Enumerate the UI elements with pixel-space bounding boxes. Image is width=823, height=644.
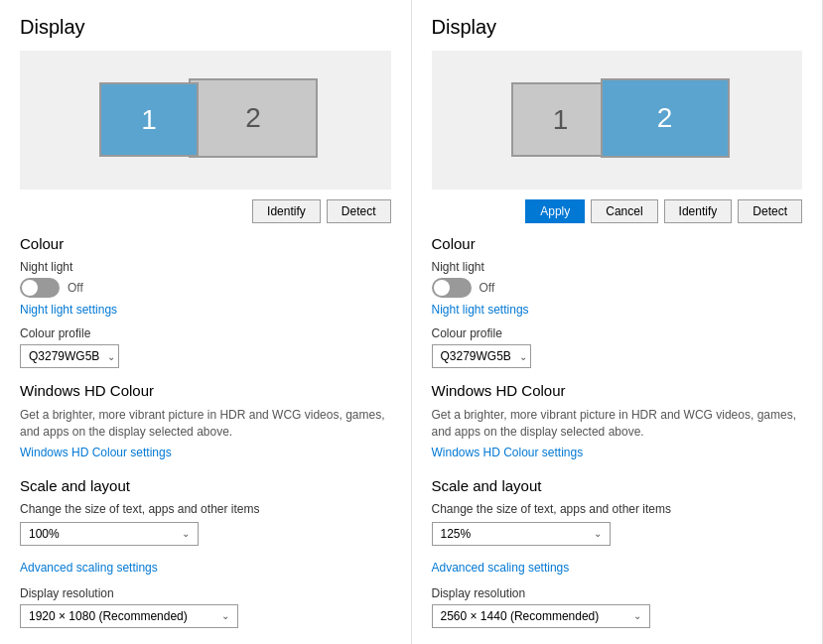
night-light-toggle-row-1: Off (20, 278, 391, 298)
hd-colour-desc-2: Get a brighter, more vibrant picture in … (432, 407, 803, 441)
scale-section-2: Scale and layout Change the size of text… (432, 477, 803, 644)
resolution-dropdown-1[interactable]: 1920 × 1080 (Recommended) ⌄ (20, 604, 238, 628)
resolution-dropdown-2[interactable]: 2560 × 1440 (Recommended) ⌄ (432, 604, 650, 628)
scale-dropdown-1[interactable]: 100% ⌄ (20, 522, 199, 546)
display-buttons-1: Identify Detect (20, 199, 391, 223)
scale-desc-1: Change the size of text, apps and other … (20, 502, 391, 516)
apply-button-2[interactable]: Apply (525, 199, 585, 223)
night-light-label-1: Night light (20, 260, 391, 274)
hd-colour-section-1: Windows HD Colour Get a brighter, more v… (20, 382, 391, 469)
colour-section-1: Colour Night light Off Night light setti… (20, 235, 391, 368)
colour-label-1: Colour (20, 235, 391, 252)
advanced-scaling-link-1[interactable]: Advanced scaling settings (20, 561, 158, 575)
resolution-chevron-2: ⌄ (633, 610, 641, 621)
scale-chevron-2: ⌄ (594, 528, 602, 539)
detect-button-2[interactable]: Detect (738, 199, 802, 223)
night-light-settings-link-2[interactable]: Night light settings (432, 303, 529, 317)
monitor-1-panel2[interactable]: 1 (511, 82, 611, 157)
scale-chevron-1: ⌄ (182, 528, 190, 539)
resolution-chevron-1: ⌄ (221, 610, 229, 621)
colour-profile-label-1: Colour profile (20, 326, 391, 340)
display-title-2: Display (432, 16, 803, 39)
colour-section-2: Colour Night light Off Night light setti… (432, 235, 803, 368)
night-light-toggle-row-2: Off (432, 278, 803, 298)
hd-colour-label-2: Windows HD Colour (432, 382, 803, 399)
display-panel-1: Display 1 2 Identify Detect Colour Night… (0, 0, 412, 644)
scale-label-2: Scale and layout (432, 477, 803, 494)
colour-profile-dropdown-1[interactable]: Q3279WG5B ⌄ (20, 344, 119, 368)
monitor-2-panel1[interactable]: 2 (189, 78, 318, 158)
display-title-1: Display (20, 16, 391, 39)
hd-colour-settings-link-2[interactable]: Windows HD Colour settings (432, 446, 584, 459)
night-light-settings-link-1[interactable]: Night light settings (20, 303, 117, 317)
colour-profile-chevron-1: ⌄ (107, 351, 115, 362)
cancel-button-2[interactable]: Cancel (591, 199, 657, 223)
colour-label-2: Colour (432, 235, 803, 252)
scale-desc-2: Change the size of text, apps and other … (432, 502, 803, 516)
identify-button-1[interactable]: Identify (252, 199, 321, 223)
scale-dropdown-2[interactable]: 125% ⌄ (432, 522, 611, 546)
night-light-label-2: Night light (432, 260, 803, 274)
colour-profile-label-2: Colour profile (432, 326, 803, 340)
colour-profile-chevron-2: ⌄ (519, 351, 527, 362)
identify-button-2[interactable]: Identify (664, 199, 733, 223)
night-light-state-1: Off (68, 281, 83, 295)
hd-colour-section-2: Windows HD Colour Get a brighter, more v… (432, 382, 803, 469)
display-panel-2: Display 1 2 Apply Cancel Identify Detect… (412, 0, 824, 644)
colour-profile-dropdown-2[interactable]: Q3279WG5B ⌄ (432, 344, 531, 368)
night-light-state-2: Off (480, 281, 495, 295)
night-light-toggle-2[interactable] (432, 278, 472, 298)
monitor-2-panel2[interactable]: 2 (601, 78, 730, 158)
monitor-1-panel1[interactable]: 1 (99, 82, 199, 157)
hd-colour-label-1: Windows HD Colour (20, 382, 391, 399)
scale-section-1: Scale and layout Change the size of text… (20, 477, 391, 644)
scale-label-1: Scale and layout (20, 477, 391, 494)
advanced-scaling-link-2[interactable]: Advanced scaling settings (432, 561, 570, 575)
resolution-label-1: Display resolution (20, 586, 391, 600)
display-preview-1: 1 2 (20, 51, 391, 190)
detect-button-1[interactable]: Detect (327, 199, 391, 223)
night-light-toggle-1[interactable] (20, 278, 60, 298)
hd-colour-desc-1: Get a brighter, more vibrant picture in … (20, 407, 391, 441)
resolution-label-2: Display resolution (432, 586, 803, 600)
display-preview-2: 1 2 (432, 51, 803, 190)
display-buttons-2: Apply Cancel Identify Detect (432, 199, 803, 223)
hd-colour-settings-link-1[interactable]: Windows HD Colour settings (20, 446, 172, 459)
